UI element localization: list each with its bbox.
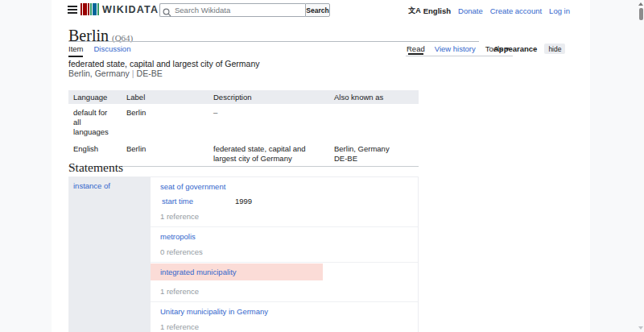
page-container: WIKIDATA Search 文A English DonateCreate … [52, 0, 590, 332]
tab-item[interactable]: Item [68, 44, 83, 57]
term-table-header-row: LanguageLabelDescriptionAlso known as [68, 90, 419, 104]
language-icon: 文A [408, 6, 421, 16]
cell-aliases: Berlin, GermanyDE-BE [329, 140, 419, 167]
tab-read[interactable]: Read [407, 44, 425, 53]
alias-text: Berlin, Germany [68, 68, 130, 78]
term-table-body: default for all languagesBerlin–EnglishB… [68, 104, 419, 167]
statement-value-link[interactable]: Unitary municipality in Germany [160, 307, 268, 316]
entity-aliases: Berlin, Germany|DE-BE [68, 68, 163, 78]
statement-values: seat of governmentstart time19991 refere… [151, 177, 418, 332]
statement-group: instance ofseat of governmentstart time1… [68, 176, 419, 332]
tabs-left: ItemDiscussion [68, 44, 130, 57]
tab-discussion[interactable]: Discussion [93, 44, 130, 57]
cell-language: default for all languages [68, 104, 122, 140]
statement-value-row: seat of government [151, 177, 418, 191]
qualifier-row: start time1999 [151, 191, 418, 205]
alias-separator: | [132, 68, 134, 78]
entity-description: federated state, capital and largest cit… [68, 59, 260, 68]
cell-description: federated state, capital and largest cit… [208, 140, 329, 167]
column-header-description: Description [208, 90, 329, 104]
statement-item: Unitary municipality in Germany1 referen… [151, 302, 418, 332]
search-button[interactable]: Search [305, 3, 330, 17]
table-row: default for all languagesBerlin– [68, 104, 419, 140]
cell-label: Berlin [122, 104, 208, 140]
property-column: instance of [69, 177, 151, 332]
cell-description: – [208, 104, 329, 140]
tab-view-history[interactable]: View history [435, 44, 476, 53]
qualifier-property-link[interactable]: start time [162, 197, 235, 205]
statement-item: seat of governmentstart time19991 refere… [151, 177, 418, 227]
references-toggle[interactable]: 1 reference [151, 316, 418, 331]
wikidata-logo-text: WIKIDATA [102, 4, 159, 15]
wikidata-logo-icon [80, 3, 99, 15]
alias-code: DE-BE [137, 68, 163, 78]
language-label: English [423, 6, 451, 15]
statement-value-link[interactable]: seat of government [160, 182, 225, 191]
qualifier-value: 1999 [235, 197, 252, 205]
title-divider [68, 41, 479, 42]
column-header-language: Language [68, 90, 122, 104]
search-icon [163, 6, 171, 15]
title-row: Berlin(Q64) [68, 27, 133, 45]
scrollbar[interactable] [638, 0, 644, 332]
search-form: Search [159, 3, 330, 17]
statement-value-row: integrated municipality [151, 264, 323, 280]
header-user-links: 文A English DonateCreate accountLog in [408, 6, 570, 16]
language-selector[interactable]: 文A English [408, 6, 451, 16]
statement-value-row: metropolis [151, 227, 418, 241]
search-input[interactable] [159, 3, 305, 17]
cell-label: Berlin [122, 140, 208, 167]
references-toggle[interactable]: 1 reference [151, 280, 418, 296]
appearance-panel: Appearance hide [493, 44, 565, 54]
term-table: LanguageLabelDescriptionAlso known as de… [68, 90, 419, 167]
column-header-also-known-as: Also known as [329, 90, 419, 104]
property-link-instance-of[interactable]: instance of [73, 181, 110, 190]
header-links: DonateCreate accountLog in [458, 6, 570, 15]
statement-value-link[interactable]: integrated municipality [160, 268, 237, 276]
wikidata-logo[interactable]: WIKIDATA [80, 3, 159, 15]
statements-groups: instance ofseat of governmentstart time1… [68, 176, 419, 332]
header-link-log-in[interactable]: Log in [549, 6, 570, 15]
references-toggle[interactable]: 0 references [151, 241, 418, 256]
menu-icon[interactable] [68, 6, 77, 15]
statements-heading: Statements [68, 160, 123, 175]
scrollbar-thumb[interactable] [639, 8, 643, 20]
scroll-down-arrow-icon[interactable] [638, 326, 643, 330]
references-toggle[interactable]: 1 reference [151, 205, 418, 221]
header-link-donate[interactable]: Donate [458, 6, 483, 15]
header-link-create-account[interactable]: Create account [490, 6, 542, 15]
appearance-hide-button[interactable]: hide [544, 44, 565, 54]
column-header-label: Label [122, 90, 208, 104]
statement-value-row: Unitary municipality in Germany [151, 302, 418, 316]
cell-aliases [329, 104, 419, 140]
statement-item: metropolis0 references [151, 227, 418, 263]
appearance-label: Appearance [493, 44, 537, 53]
scroll-up-arrow-icon[interactable] [638, 2, 643, 6]
statement-value-link[interactable]: metropolis [160, 232, 196, 241]
statement-item: integrated municipality1 reference [151, 264, 418, 302]
